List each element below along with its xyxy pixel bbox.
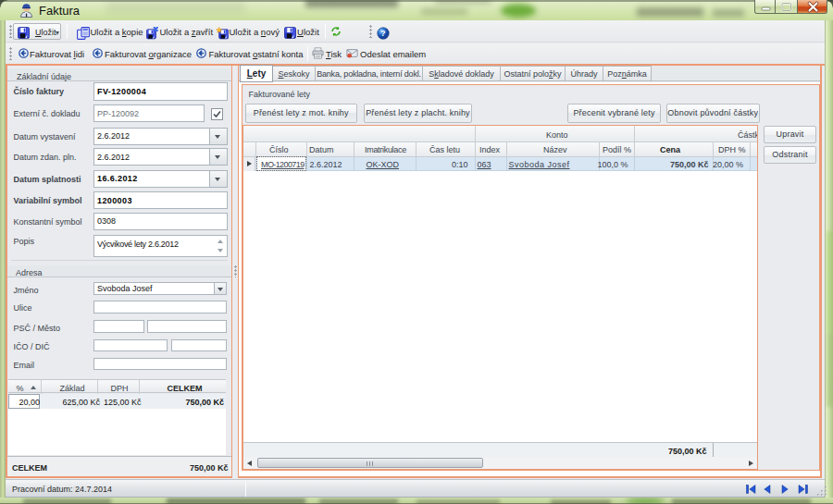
svg-text:?: ? (380, 29, 385, 38)
